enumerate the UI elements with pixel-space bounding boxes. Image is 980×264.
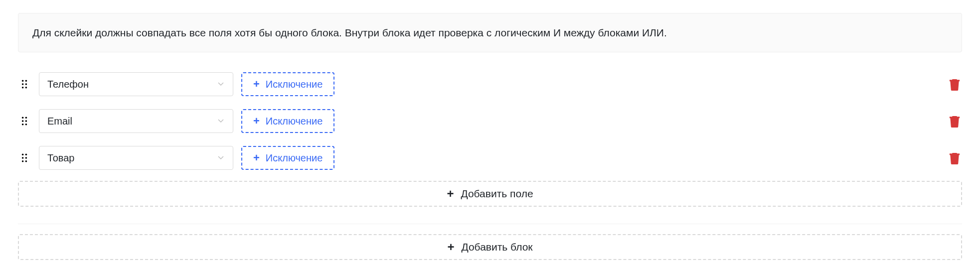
delete-row-button[interactable] xyxy=(949,78,962,91)
field-select[interactable]: Email xyxy=(39,109,233,133)
svg-point-6 xyxy=(22,117,24,119)
delete-row-button[interactable] xyxy=(949,115,962,128)
chevron-down-icon xyxy=(217,77,225,91)
field-select-value: Товар xyxy=(47,151,74,165)
field-row: Товар + Исключение xyxy=(18,146,962,170)
plus-icon: + xyxy=(253,116,260,127)
svg-point-9 xyxy=(25,121,27,123)
svg-point-12 xyxy=(22,154,24,156)
info-text: Для склейки должны совпадать все поля хо… xyxy=(32,27,667,38)
field-row: Email + Исключение xyxy=(18,109,962,133)
plus-icon: + xyxy=(253,79,260,90)
add-exclusion-label: Исключение xyxy=(266,79,323,90)
field-select-value: Телефон xyxy=(47,77,89,91)
field-rows: Телефон + Исключение Email xyxy=(18,72,962,170)
svg-point-17 xyxy=(25,160,27,162)
svg-point-4 xyxy=(22,87,24,89)
svg-point-8 xyxy=(22,121,24,123)
chevron-down-icon xyxy=(217,114,225,128)
add-exclusion-label: Исключение xyxy=(266,152,323,164)
drag-handle-icon[interactable] xyxy=(18,117,31,126)
field-select[interactable]: Телефон xyxy=(39,72,233,96)
chevron-down-icon xyxy=(217,151,225,165)
svg-point-10 xyxy=(22,124,24,126)
svg-point-13 xyxy=(25,154,27,156)
plus-icon: + xyxy=(447,188,454,200)
svg-point-15 xyxy=(25,157,27,159)
svg-point-7 xyxy=(25,117,27,119)
add-block-label: Добавить блок xyxy=(461,241,532,253)
divider xyxy=(18,224,962,224)
svg-point-2 xyxy=(22,84,24,86)
svg-point-5 xyxy=(25,87,27,89)
add-exclusion-button[interactable]: + Исключение xyxy=(241,72,334,96)
field-row: Телефон + Исключение xyxy=(18,72,962,96)
info-box: Для склейки должны совпадать все поля хо… xyxy=(18,13,962,52)
svg-point-14 xyxy=(22,157,24,159)
plus-icon: + xyxy=(447,241,454,253)
drag-handle-icon[interactable] xyxy=(18,153,31,162)
page-root: Для склейки должны совпадать все поля хо… xyxy=(0,13,980,260)
svg-point-11 xyxy=(25,124,27,126)
delete-row-button[interactable] xyxy=(949,151,962,164)
add-exclusion-label: Исключение xyxy=(266,116,323,127)
drag-handle-icon[interactable] xyxy=(18,80,31,89)
add-field-button[interactable]: + Добавить поле xyxy=(18,181,962,207)
svg-point-0 xyxy=(22,80,24,82)
svg-point-16 xyxy=(22,160,24,162)
add-exclusion-button[interactable]: + Исключение xyxy=(241,146,334,170)
svg-point-1 xyxy=(25,80,27,82)
field-select-value: Email xyxy=(47,114,72,128)
plus-icon: + xyxy=(253,152,260,163)
svg-point-3 xyxy=(25,84,27,86)
add-block-wrap: + Добавить блок xyxy=(18,234,962,260)
add-block-button[interactable]: + Добавить блок xyxy=(18,234,962,260)
add-exclusion-button[interactable]: + Исключение xyxy=(241,109,334,133)
field-select[interactable]: Товар xyxy=(39,146,233,170)
add-field-label: Добавить поле xyxy=(461,188,533,200)
merge-block: Телефон + Исключение Email xyxy=(18,72,962,207)
